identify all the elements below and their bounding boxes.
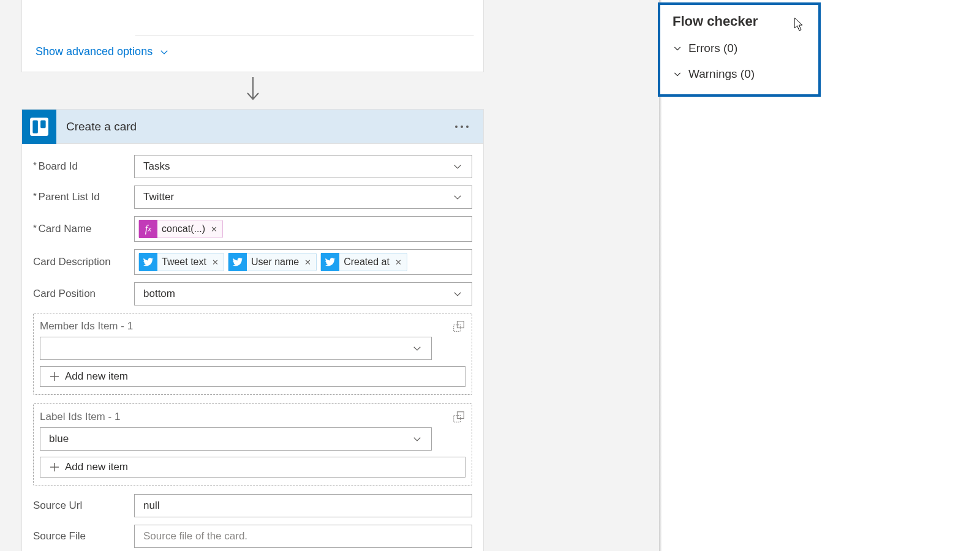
advanced-label: Show advanced options <box>36 45 153 58</box>
chevron-down-icon <box>452 192 463 203</box>
previous-action-card: Show advanced options <box>21 0 484 72</box>
add-label-item-button[interactable]: Add new item <box>40 457 466 478</box>
label-board-id: * Board Id <box>33 160 134 173</box>
plus-icon <box>50 372 59 381</box>
label-card-description: Card Description <box>33 256 134 268</box>
token-remove[interactable]: ✕ <box>209 225 217 234</box>
plus-icon <box>50 463 59 471</box>
flow-checker-panel: Flow checker Errors (0) Warnings (0) <box>658 2 821 97</box>
token-tweet-text[interactable]: Tweet text ✕ <box>138 253 224 271</box>
form-body: * Board Id Tasks * Parent List Id Twitte… <box>22 144 483 551</box>
group-member-ids: Member Ids Item - 1 Add new item <box>33 313 472 395</box>
input-source-file[interactable]: Source file of the card. <box>134 525 472 548</box>
create-card-action: Create a card * Board Id Tasks * Parent … <box>21 109 484 551</box>
token-remove[interactable]: ✕ <box>394 258 402 267</box>
svg-rect-2 <box>32 120 38 133</box>
fx-icon: fx <box>139 220 157 238</box>
token-remove[interactable]: ✕ <box>211 258 219 267</box>
chevron-down-icon <box>412 433 423 444</box>
chevron-down-icon <box>412 343 423 354</box>
dropdown-label-ids[interactable]: blue <box>40 427 432 451</box>
chevron-down-icon <box>673 43 682 53</box>
svg-rect-3 <box>40 120 46 128</box>
connector-arrow <box>21 72 484 109</box>
chevron-down-icon <box>452 161 463 172</box>
flow-checker-title: Flow checker <box>673 13 806 29</box>
chevron-down-icon <box>673 69 682 79</box>
errors-item[interactable]: Errors (0) <box>673 42 806 55</box>
trello-icon <box>22 110 56 144</box>
label-source-url: Source Url <box>33 500 134 512</box>
prev-field <box>135 7 474 36</box>
flow-canvas: Show advanced options Create a card * Bo… <box>21 0 484 551</box>
show-advanced-toggle[interactable]: Show advanced options <box>36 43 472 61</box>
twitter-icon <box>139 253 157 271</box>
twitter-icon <box>321 253 339 271</box>
label-parent-list-id: * Parent List Id <box>33 191 134 203</box>
chevron-down-icon <box>159 47 170 58</box>
action-title: Create a card <box>66 120 439 133</box>
dropdown-board-id[interactable]: Tasks <box>134 155 472 178</box>
group-mode-toggle[interactable] <box>452 410 466 424</box>
dropdown-member-ids[interactable] <box>40 337 432 360</box>
label-member-ids: Member Ids Item - 1 <box>40 320 133 332</box>
group-label-ids: Label Ids Item - 1 blue Add new item <box>33 403 472 485</box>
label-card-position: Card Position <box>33 288 134 300</box>
token-user-name[interactable]: User name ✕ <box>228 253 317 271</box>
add-member-item-button[interactable]: Add new item <box>40 366 466 387</box>
input-source-url[interactable]: null <box>134 494 472 517</box>
action-header[interactable]: Create a card <box>22 110 483 144</box>
label-source-file: Source File <box>33 530 134 542</box>
label-label-ids: Label Ids Item - 1 <box>40 411 120 423</box>
token-expression[interactable]: fx concat(...) ✕ <box>138 220 223 238</box>
warnings-item[interactable]: Warnings (0) <box>673 67 806 81</box>
token-created-at[interactable]: Created at ✕ <box>320 253 407 271</box>
dropdown-card-position[interactable]: bottom <box>134 282 472 305</box>
input-card-name[interactable]: fx concat(...) ✕ <box>134 216 472 242</box>
twitter-icon <box>228 253 247 271</box>
label-card-name: * Card Name <box>33 223 134 235</box>
group-mode-toggle[interactable] <box>452 320 466 333</box>
dropdown-parent-list-id[interactable]: Twitter <box>134 186 472 209</box>
chevron-down-icon <box>452 288 463 299</box>
action-menu-button[interactable] <box>449 119 475 134</box>
input-card-description[interactable]: Tweet text ✕ User name ✕ Created at ✕ <box>134 249 472 275</box>
token-remove[interactable]: ✕ <box>303 258 311 267</box>
